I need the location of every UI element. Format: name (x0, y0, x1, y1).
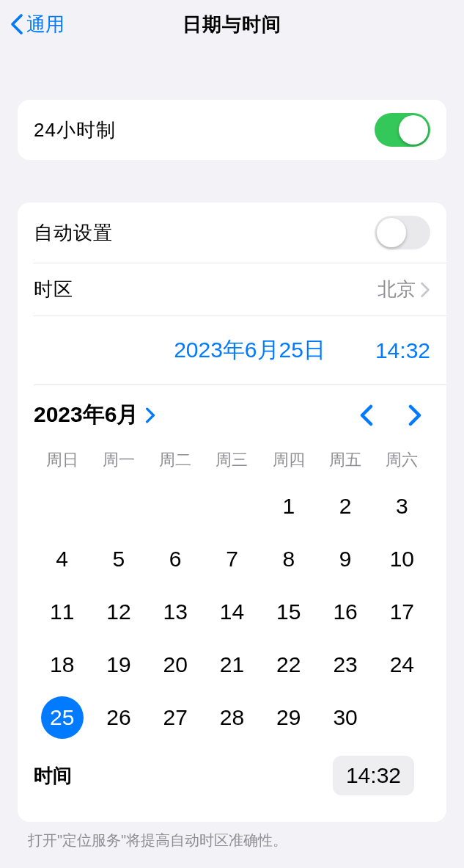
day-cell-empty (374, 691, 430, 744)
weekday-label: 周四 (260, 449, 317, 471)
back-label: 通用 (26, 12, 65, 37)
weekday-label: 周五 (317, 449, 373, 471)
day-cell[interactable]: 4 (34, 533, 90, 586)
day-cell[interactable]: 28 (204, 691, 260, 744)
weekday-label: 周六 (374, 449, 430, 471)
selected-date[interactable]: 2023年6月25日 (174, 335, 325, 365)
calendar: 2023年6月 周日周一周二周三周四周五周六 12345678910111213… (34, 384, 446, 822)
day-cell[interactable]: 1 (260, 480, 317, 533)
day-cell[interactable]: 7 (204, 533, 260, 586)
day-cell[interactable]: 19 (90, 638, 147, 691)
auto-set-toggle[interactable] (375, 216, 430, 249)
day-cell[interactable]: 18 (34, 638, 90, 691)
24hour-label: 24小时制 (34, 117, 116, 143)
day-cell-empty (204, 480, 260, 533)
24hour-toggle[interactable] (375, 113, 430, 147)
weekday-label: 周一 (90, 449, 147, 471)
chevron-left-icon (9, 13, 25, 35)
day-cell-empty (90, 480, 147, 533)
day-cell[interactable]: 16 (317, 586, 373, 638)
day-cell[interactable]: 22 (260, 638, 317, 691)
day-cell[interactable]: 10 (374, 533, 430, 586)
day-cell[interactable]: 20 (147, 638, 204, 691)
chevron-right-icon (420, 282, 430, 298)
day-cell[interactable]: 24 (374, 638, 430, 691)
day-cell-empty (147, 480, 204, 533)
page-title: 日期与时间 (0, 12, 464, 37)
weekday-label: 周二 (147, 449, 204, 471)
back-button[interactable]: 通用 (4, 12, 65, 37)
day-cell[interactable]: 15 (260, 586, 317, 638)
prev-month-button[interactable] (358, 404, 375, 426)
selected-time[interactable]: 14:32 (375, 338, 430, 363)
day-cell[interactable]: 2 (317, 480, 373, 533)
24hour-row: 24小时制 (18, 100, 446, 160)
timezone-label: 时区 (34, 277, 73, 302)
month-label: 2023年6月 (34, 400, 139, 430)
day-cell[interactable]: 12 (90, 586, 147, 638)
auto-set-label: 自动设置 (34, 220, 113, 246)
day-cell[interactable]: 11 (34, 586, 90, 638)
day-cell[interactable]: 27 (147, 691, 204, 744)
next-month-button[interactable] (407, 404, 423, 426)
weekday-label: 周三 (204, 449, 260, 471)
month-picker[interactable]: 2023年6月 (34, 400, 156, 430)
day-cell[interactable]: 9 (317, 533, 373, 586)
day-cell[interactable]: 26 (90, 691, 147, 744)
weekday-label: 周日 (34, 449, 90, 471)
day-cell[interactable]: 23 (317, 638, 373, 691)
day-cell[interactable]: 3 (374, 480, 430, 533)
day-cell[interactable]: 17 (374, 586, 430, 638)
selected-date-time-row: 2023年6月25日 14:32 (34, 316, 446, 384)
time-chip[interactable]: 14:32 (333, 756, 414, 795)
day-cell-empty (34, 480, 90, 533)
day-cell[interactable]: 14 (204, 586, 260, 638)
day-cell[interactable]: 5 (90, 533, 147, 586)
day-cell[interactable]: 25 (34, 691, 90, 744)
day-cell[interactable]: 8 (260, 533, 317, 586)
auto-set-row: 自动设置 (18, 203, 446, 263)
footnote: 打开"定位服务"将提高自动时区准确性。 (0, 822, 464, 850)
time-label: 时间 (34, 763, 72, 789)
day-cell[interactable]: 21 (204, 638, 260, 691)
day-cell[interactable]: 29 (260, 691, 317, 744)
day-cell[interactable]: 13 (147, 586, 204, 638)
timezone-value: 北京 (378, 277, 416, 302)
timezone-row[interactable]: 时区 北京 (34, 263, 446, 316)
day-cell[interactable]: 6 (147, 533, 204, 586)
day-cell[interactable]: 30 (317, 691, 373, 744)
chevron-right-icon (144, 407, 156, 423)
